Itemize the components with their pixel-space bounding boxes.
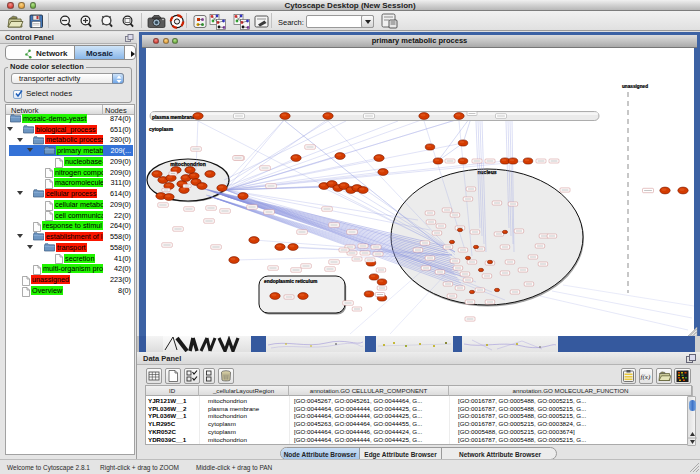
svg-text:cytoplasm: cytoplasm <box>149 127 174 132</box>
svg-text:f(x): f(x) <box>641 373 651 381</box>
svg-text:nucleus: nucleus <box>477 169 496 175</box>
svg-text:unassigned: unassigned <box>622 84 648 89</box>
svg-text:endoplasmic reticulum: endoplasmic reticulum <box>264 279 318 284</box>
svg-text:Search:: Search: <box>278 18 304 27</box>
svg-text:plasma membrane: plasma membrane <box>152 115 195 120</box>
svg-text:mitochondrion: mitochondrion <box>170 161 206 167</box>
